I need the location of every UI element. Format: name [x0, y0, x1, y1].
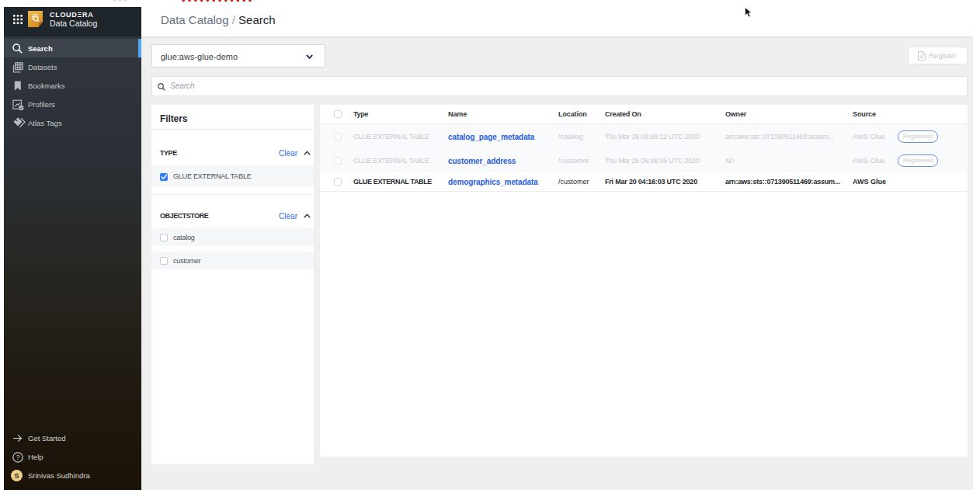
svg-text:?: ? — [16, 453, 20, 461]
